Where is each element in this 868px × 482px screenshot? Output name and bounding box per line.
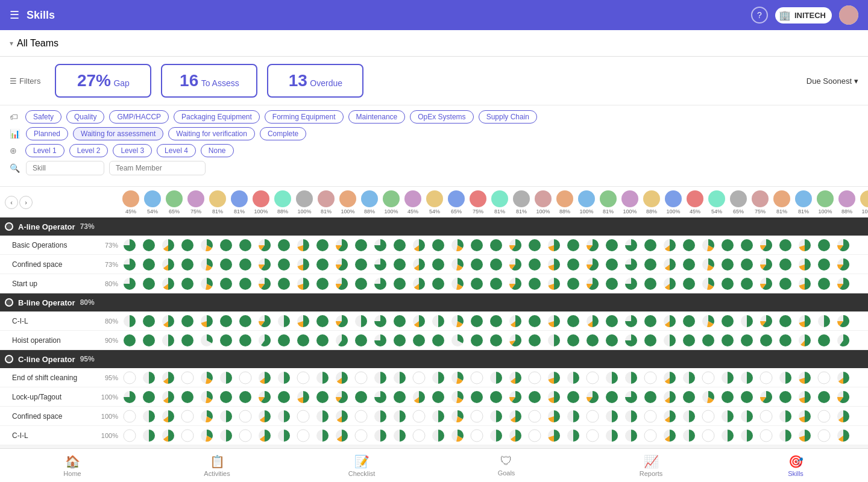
filter-maintenance[interactable]: Maintenance <box>348 110 406 124</box>
pie-chart[interactable] <box>121 388 139 406</box>
pie-chart[interactable] <box>410 255 428 274</box>
pie-chart[interactable] <box>468 388 486 406</box>
pie-chart[interactable] <box>487 312 505 330</box>
avatar[interactable] <box>773 190 790 207</box>
pie-chart[interactable] <box>410 388 428 406</box>
avatar[interactable] <box>687 190 703 207</box>
pie-chart[interactable] <box>275 388 293 406</box>
pie-chart[interactable] <box>275 236 293 254</box>
pie-chart[interactable] <box>333 255 351 274</box>
pie-chart[interactable] <box>178 427 197 445</box>
pie-chart[interactable] <box>622 388 640 406</box>
team-selector[interactable]: ▾ All Teams <box>0 30 868 57</box>
pie-chart[interactable] <box>294 331 312 349</box>
pie-chart[interactable] <box>834 331 852 349</box>
pie-chart[interactable] <box>352 369 370 387</box>
pie-chart[interactable] <box>410 369 428 387</box>
pie-chart[interactable] <box>371 331 389 349</box>
pie-chart[interactable] <box>776 331 794 349</box>
pie-chart[interactable] <box>738 312 756 330</box>
pie-chart[interactable] <box>178 312 197 330</box>
pie-chart[interactable] <box>603 388 621 406</box>
pie-chart[interactable] <box>796 407 814 425</box>
pie-chart[interactable] <box>198 312 216 330</box>
pie-chart[interactable] <box>622 236 640 254</box>
avatar[interactable] <box>752 190 769 207</box>
pie-chart[interactable] <box>699 255 717 274</box>
pie-chart[interactable] <box>429 312 447 330</box>
pie-chart[interactable] <box>603 255 621 274</box>
pie-chart[interactable] <box>448 236 467 254</box>
menu-icon[interactable]: ☰ <box>10 8 19 22</box>
gap-stat-card[interactable]: 27% Gap <box>55 64 151 98</box>
pie-chart[interactable] <box>198 369 216 387</box>
brand-logo[interactable]: 🏢 INITECH <box>775 7 832 23</box>
pie-chart[interactable] <box>275 331 293 349</box>
pie-chart[interactable] <box>815 388 833 406</box>
pie-chart[interactable] <box>198 388 216 406</box>
avatar[interactable] <box>448 190 465 207</box>
pie-chart[interactable] <box>583 275 602 293</box>
pie-chart[interactable] <box>256 331 274 349</box>
pie-chart[interactable] <box>757 275 775 293</box>
pie-chart[interactable] <box>333 427 351 445</box>
pie-chart[interactable] <box>468 255 486 274</box>
pie-chart[interactable] <box>526 369 544 387</box>
pie-chart[interactable] <box>371 427 389 445</box>
pie-chart[interactable] <box>738 331 756 349</box>
pie-chart[interactable] <box>661 427 679 445</box>
pie-chart[interactable] <box>429 275 447 293</box>
pie-chart[interactable] <box>757 236 775 254</box>
pie-chart[interactable] <box>217 407 235 425</box>
pie-chart[interactable] <box>834 236 852 254</box>
pie-chart[interactable] <box>545 312 563 330</box>
nav-checklist[interactable]: 📝 Checklist <box>289 454 434 477</box>
pie-chart[interactable] <box>834 369 852 387</box>
pie-chart[interactable] <box>159 275 177 293</box>
pie-chart[interactable] <box>719 275 737 293</box>
pie-chart[interactable] <box>275 407 293 425</box>
pie-chart[interactable] <box>371 388 389 406</box>
pie-chart[interactable] <box>371 312 389 330</box>
pie-chart[interactable] <box>159 369 177 387</box>
pie-chart[interactable] <box>313 236 332 254</box>
pie-chart[interactable] <box>391 407 409 425</box>
avatar[interactable] <box>383 190 400 207</box>
pie-chart[interactable] <box>352 427 370 445</box>
avatar[interactable] <box>708 190 725 207</box>
filter-complete[interactable]: Complete <box>260 127 306 140</box>
pie-chart[interactable] <box>294 388 312 406</box>
pie-chart[interactable] <box>564 331 582 349</box>
pie-chart[interactable] <box>352 388 370 406</box>
pie-chart[interactable] <box>603 236 621 254</box>
pie-chart[interactable] <box>526 427 544 445</box>
pie-chart[interactable] <box>275 369 293 387</box>
pie-chart[interactable] <box>198 236 216 254</box>
pie-chart[interactable] <box>545 427 563 445</box>
pie-chart[interactable] <box>776 236 794 254</box>
pie-chart[interactable] <box>429 427 447 445</box>
pie-chart[interactable] <box>333 312 351 330</box>
avatar[interactable] <box>491 190 508 207</box>
pie-chart[interactable] <box>699 427 717 445</box>
pie-chart[interactable] <box>622 312 640 330</box>
pie-chart[interactable] <box>178 369 197 387</box>
pie-chart[interactable] <box>545 275 563 293</box>
pie-chart[interactable] <box>603 312 621 330</box>
pie-chart[interactable] <box>776 369 794 387</box>
help-button[interactable]: ? <box>751 7 768 23</box>
pie-chart[interactable] <box>757 427 775 445</box>
pie-chart[interactable] <box>622 427 640 445</box>
pie-chart[interactable] <box>757 255 775 274</box>
pie-chart[interactable] <box>661 255 679 274</box>
pie-chart[interactable] <box>468 331 486 349</box>
pie-chart[interactable] <box>159 236 177 254</box>
avatar[interactable] <box>535 190 552 207</box>
pie-chart[interactable] <box>333 331 351 349</box>
pie-chart[interactable] <box>506 312 524 330</box>
avatar[interactable] <box>274 190 291 207</box>
pie-chart[interactable] <box>680 312 698 330</box>
pie-chart[interactable] <box>526 331 544 349</box>
pie-chart[interactable] <box>371 275 389 293</box>
pie-chart[interactable] <box>719 407 737 425</box>
